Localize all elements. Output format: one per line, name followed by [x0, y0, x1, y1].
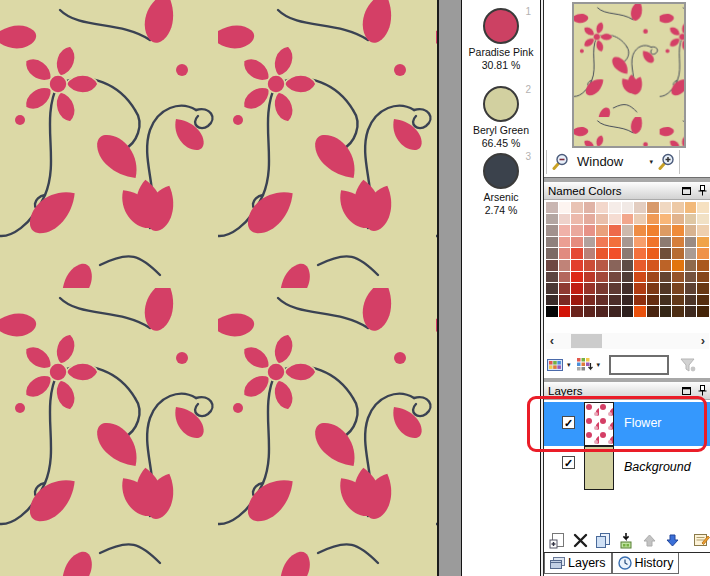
palette-color-cell[interactable]	[672, 260, 684, 271]
palette-color-cell[interactable]	[546, 237, 558, 248]
palette-color-cell[interactable]	[685, 214, 697, 225]
move-layer-up-button[interactable]	[641, 529, 659, 551]
palette-color-cell[interactable]	[609, 237, 621, 248]
palette-color-cell[interactable]	[571, 306, 583, 317]
palette-color-cell[interactable]	[609, 295, 621, 306]
palette-color-cell[interactable]	[584, 248, 596, 259]
palette-color-cell[interactable]	[571, 295, 583, 306]
palette-color-cell[interactable]	[647, 237, 659, 248]
palette-color-cell[interactable]	[584, 202, 596, 213]
new-layer-button[interactable]	[548, 529, 566, 551]
filter-button[interactable]	[677, 354, 699, 376]
zoom-in-button[interactable]	[655, 151, 677, 173]
palette-color-cell[interactable]	[672, 248, 684, 259]
tab-history[interactable]: History	[612, 553, 680, 574]
palette-color-cell[interactable]	[634, 248, 646, 259]
palette-color-cell[interactable]	[559, 214, 571, 225]
palette-color-cell[interactable]	[596, 295, 608, 306]
palette-color-cell[interactable]	[647, 260, 659, 271]
float-panel-button[interactable]	[679, 384, 693, 398]
palette-color-cell[interactable]	[685, 237, 697, 248]
palette-color-cell[interactable]	[634, 306, 646, 317]
palette-color-cell[interactable]	[697, 260, 709, 271]
palette-color-cell[interactable]	[647, 248, 659, 259]
palette-color-cell[interactable]	[584, 283, 596, 294]
palette-color-cell[interactable]	[596, 202, 608, 213]
palette-color-cell[interactable]	[660, 237, 672, 248]
palette-color-cell[interactable]	[622, 272, 634, 283]
palette-color-cell[interactable]	[660, 295, 672, 306]
palette-color-cell[interactable]	[685, 260, 697, 271]
palette-color-cell[interactable]	[559, 272, 571, 283]
scroll-right-arrow[interactable]: ›	[697, 334, 709, 348]
palette-color-cell[interactable]	[622, 248, 634, 259]
zoom-mode-dropdown[interactable]: Window ▾	[571, 151, 655, 173]
palette-color-cell[interactable]	[596, 283, 608, 294]
palette-color-cell[interactable]	[647, 306, 659, 317]
color-filter-input[interactable]	[609, 355, 669, 375]
palette-color-cell[interactable]	[559, 306, 571, 317]
palette-color-cell[interactable]	[609, 225, 621, 236]
palette-color-cell[interactable]	[685, 283, 697, 294]
palette-color-cell[interactable]	[647, 283, 659, 294]
palette-color-cell[interactable]	[660, 248, 672, 259]
palette-color-cell[interactable]	[672, 295, 684, 306]
layer-visibility-checkbox[interactable]: ✓	[562, 416, 575, 429]
palette-color-cell[interactable]	[647, 214, 659, 225]
palette-color-cell[interactable]	[697, 306, 709, 317]
palette-color-cell[interactable]	[609, 272, 621, 283]
palette-color-cell[interactable]	[571, 225, 583, 236]
palette-color-cell[interactable]	[685, 202, 697, 213]
layer-row-background[interactable]: ✓ Background	[544, 446, 710, 490]
palette-color-cell[interactable]	[685, 225, 697, 236]
palette-color-cell[interactable]	[634, 283, 646, 294]
palette-color-cell[interactable]	[571, 214, 583, 225]
palette-color-cell[interactable]	[697, 214, 709, 225]
palette-color-cell[interactable]	[634, 295, 646, 306]
palette-color-cell[interactable]	[647, 202, 659, 213]
palette-color-cell[interactable]	[660, 214, 672, 225]
palette-color-cell[interactable]	[634, 202, 646, 213]
palette-color-cell[interactable]	[596, 214, 608, 225]
palette-color-cell[interactable]	[571, 248, 583, 259]
palette-color-cell[interactable]	[697, 248, 709, 259]
palette-color-cell[interactable]	[596, 260, 608, 271]
palette-color-cell[interactable]	[647, 225, 659, 236]
palette-color-cell[interactable]	[660, 306, 672, 317]
palette-color-cell[interactable]	[546, 295, 558, 306]
palette-color-cell[interactable]	[584, 237, 596, 248]
zoom-out-button[interactable]	[549, 151, 571, 173]
palette-color-cell[interactable]	[660, 283, 672, 294]
palette-color-cell[interactable]	[584, 214, 596, 225]
palette-color-cell[interactable]	[609, 283, 621, 294]
palette-color-cell[interactable]	[647, 272, 659, 283]
palette-color-cell[interactable]	[546, 306, 558, 317]
palette-color-cell[interactable]	[546, 214, 558, 225]
palette-color-cell[interactable]	[609, 260, 621, 271]
palette-color-cell[interactable]	[571, 260, 583, 271]
palette-color-cell[interactable]	[672, 306, 684, 317]
palette-color-cell[interactable]	[660, 202, 672, 213]
palette-color-cell[interactable]	[622, 225, 634, 236]
sort-colors-button[interactable]	[574, 354, 596, 376]
palette-color-cell[interactable]	[571, 272, 583, 283]
merge-layer-button[interactable]	[617, 529, 635, 551]
palette-color-cell[interactable]	[672, 283, 684, 294]
delete-layer-button[interactable]	[571, 529, 589, 551]
palette-color-cell[interactable]	[546, 260, 558, 271]
palette-color-cell[interactable]	[647, 295, 659, 306]
palette-color-cell[interactable]	[634, 237, 646, 248]
layer-visibility-checkbox[interactable]: ✓	[562, 456, 575, 469]
palette-color-cell[interactable]	[571, 237, 583, 248]
move-layer-down-button[interactable]	[664, 529, 682, 551]
palette-color-cell[interactable]	[596, 306, 608, 317]
palette-color-cell[interactable]	[697, 272, 709, 283]
palette-color-cell[interactable]	[584, 306, 596, 317]
palette-color-cell[interactable]	[609, 214, 621, 225]
palette-color-cell[interactable]	[622, 202, 634, 213]
palette-color-cell[interactable]	[685, 272, 697, 283]
palette-color-cell[interactable]	[672, 214, 684, 225]
chevron-down-icon[interactable]: ▾	[567, 361, 571, 369]
palette-color-cell[interactable]	[559, 260, 571, 271]
palette-color-cell[interactable]	[622, 306, 634, 317]
